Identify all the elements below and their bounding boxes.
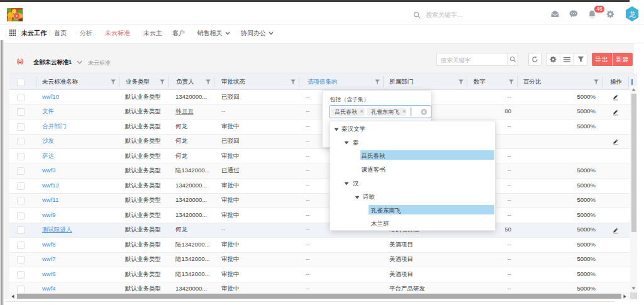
svg-text:龙: 龙 <box>629 11 636 18</box>
